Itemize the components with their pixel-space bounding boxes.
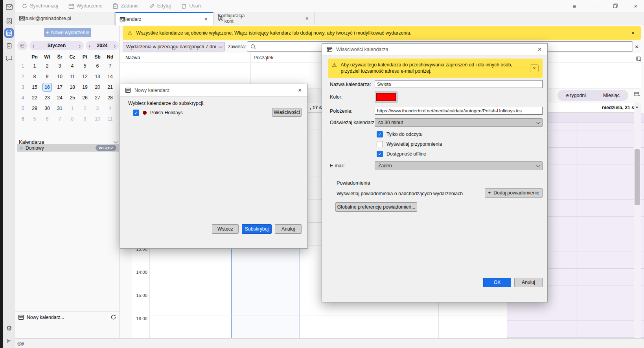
checkbox-wy-wietlaj-przypomnienia[interactable]: [377, 141, 383, 147]
enable-calendar-badge[interactable]: WŁĄCZ: [96, 145, 116, 151]
minical-day[interactable]: 12: [79, 74, 91, 79]
minical-day[interactable]: 11: [66, 74, 79, 79]
calendar-location-input[interactable]: https://www.thunderbird.net/media/caldat…: [375, 107, 543, 115]
close-window-button[interactable]: ×: [631, 3, 640, 9]
global-notification-prefs-button[interactable]: Globalne preferencje powiadomień...: [335, 202, 417, 212]
minical-day[interactable]: 6: [41, 116, 53, 122]
minical-day[interactable]: 30: [41, 106, 53, 111]
event-button[interactable]: Wydarzenie: [68, 3, 103, 9]
tab-mail-account[interactable]: kratuski@gminadobre.pl: [15, 12, 115, 25]
minical-day[interactable]: 18: [66, 84, 79, 90]
minical-day[interactable]: 9: [79, 116, 91, 122]
minical-day[interactable]: 29: [28, 106, 41, 111]
view-month-button[interactable]: Miesiąc: [594, 93, 628, 98]
mail-space-icon[interactable]: [4, 2, 14, 12]
chevron-down-icon[interactable]: [114, 139, 118, 143]
edit-button[interactable]: Edytuj: [149, 3, 171, 9]
tab-account-settings-close-icon[interactable]: ×: [304, 15, 310, 22]
minical-day[interactable]: 20: [91, 84, 104, 90]
minical-day[interactable]: 22: [28, 95, 41, 101]
new-calendar-link[interactable]: Nowy kalendarz...: [27, 315, 64, 320]
dialog-close-icon[interactable]: ×: [537, 46, 543, 53]
view-multiweek-button[interactable]: e tygodni: [558, 93, 594, 98]
back-button[interactable]: Wstecz: [212, 224, 239, 234]
minical-day[interactable]: 7: [104, 63, 116, 69]
subscribe-button[interactable]: Subskrybuj: [242, 224, 272, 234]
delete-button[interactable]: Usuń: [181, 3, 201, 9]
scrollbar-thumb[interactable]: [635, 149, 640, 205]
prev-month-icon[interactable]: ‹: [33, 42, 34, 49]
minical-day[interactable]: 11: [104, 116, 116, 122]
events-filter-dropdown[interactable]: Wydarzenia w przeciągu następnych 7 dni: [123, 42, 225, 51]
properties-button[interactable]: Właściwości: [272, 108, 302, 117]
column-picker-icon[interactable]: [636, 57, 642, 62]
minical-day[interactable]: 10: [91, 116, 104, 122]
minimize-button[interactable]: –: [591, 3, 599, 9]
rotate-view-icon[interactable]: [634, 92, 640, 97]
checkbox-dost-pno-offline[interactable]: ✓: [377, 151, 383, 157]
restore-button[interactable]: [611, 4, 620, 8]
ok-button[interactable]: OK: [483, 278, 511, 287]
minical-day[interactable]: 4: [104, 106, 116, 111]
minical-day[interactable]: 2: [41, 63, 53, 69]
polish-holidays-checkbox[interactable]: ✓: [133, 110, 139, 116]
minical-day-selected[interactable]: 16: [42, 83, 52, 92]
checkbox-tylko-do-odczytu[interactable]: ✓: [377, 131, 383, 137]
addressbook-space-icon[interactable]: [4, 16, 14, 26]
minical-day[interactable]: 21: [104, 84, 116, 90]
minical-day[interactable]: 5: [79, 63, 91, 69]
task-button[interactable]: Zadanie: [112, 3, 138, 9]
add-notification-button[interactable]: + Dodaj powiadomienie: [485, 188, 543, 198]
minical-day[interactable]: 4: [66, 63, 79, 69]
calendar-color-picker[interactable]: [375, 92, 397, 103]
column-header-start[interactable]: Początek: [254, 53, 274, 62]
minical-day[interactable]: 9: [41, 74, 53, 79]
minical-day[interactable]: 13: [91, 74, 104, 79]
cancel-button[interactable]: Anuluj: [275, 224, 302, 234]
app-menu-button[interactable]: ≡: [570, 3, 579, 9]
minical-day[interactable]: 17: [53, 84, 66, 90]
minical-day[interactable]: 3: [53, 63, 66, 69]
minical-day[interactable]: 24: [53, 95, 66, 101]
minical-day[interactable]: 25: [66, 95, 79, 101]
settings-gear-icon[interactable]: ⚙: [4, 324, 14, 333]
calendar-name-input[interactable]: Święta: [375, 80, 543, 88]
minical-day[interactable]: 27: [91, 95, 104, 101]
minical-day[interactable]: 7: [53, 116, 66, 122]
minical-day[interactable]: 14: [104, 74, 116, 79]
tab-calendar-close-icon[interactable]: ×: [203, 16, 209, 22]
next-month-icon[interactable]: ›: [79, 42, 81, 49]
dialog-close-icon[interactable]: ×: [297, 87, 303, 94]
tab-calendar[interactable]: Kalendarz ×: [115, 12, 213, 26]
scroll-up-icon[interactable]: ▲: [635, 104, 639, 109]
refresh-calendars-icon[interactable]: [110, 314, 116, 320]
collapse-spaces-icon[interactable]: [4, 336, 14, 346]
calendar-list-item-domowy[interactable]: Domowy WŁĄCZ: [17, 144, 119, 152]
minical-day[interactable]: 23: [41, 95, 53, 101]
tasks-space-icon[interactable]: [4, 41, 14, 50]
new-event-button[interactable]: + Nowe wydarzenie: [44, 28, 91, 37]
minical-day[interactable]: 15: [28, 84, 41, 90]
warning-close-icon[interactable]: ×: [530, 64, 539, 72]
minical-day[interactable]: 5: [28, 116, 41, 122]
minical-day[interactable]: 19: [79, 84, 91, 90]
minical-day[interactable]: 26: [79, 95, 91, 101]
minical-day[interactable]: 1: [66, 106, 79, 111]
calendar-space-icon[interactable]: [4, 28, 14, 38]
minical-day[interactable]: 3: [91, 106, 104, 111]
next-year-icon[interactable]: ›: [114, 42, 116, 49]
minical-day[interactable]: 28: [104, 95, 116, 101]
notification-close-icon[interactable]: ×: [630, 30, 636, 36]
minical-day[interactable]: 6: [91, 63, 104, 69]
chat-space-icon[interactable]: [4, 53, 14, 63]
email-identity-dropdown[interactable]: Żaden: [375, 161, 543, 170]
prev-year-icon[interactable]: ‹: [89, 42, 90, 49]
tab-account-settings[interactable]: Konfiguracja kont ×: [214, 12, 315, 25]
synchronize-button[interactable]: Synchronizuj: [22, 3, 58, 9]
minical-day[interactable]: 8: [28, 74, 41, 79]
minical-day[interactable]: 31: [53, 106, 66, 111]
refresh-interval-dropdown[interactable]: co 30 minut: [375, 118, 543, 127]
filter-close-icon[interactable]: ×: [635, 43, 638, 50]
minical-day[interactable]: 1: [28, 63, 41, 69]
date-picker-icon[interactable]: [17, 41, 28, 50]
